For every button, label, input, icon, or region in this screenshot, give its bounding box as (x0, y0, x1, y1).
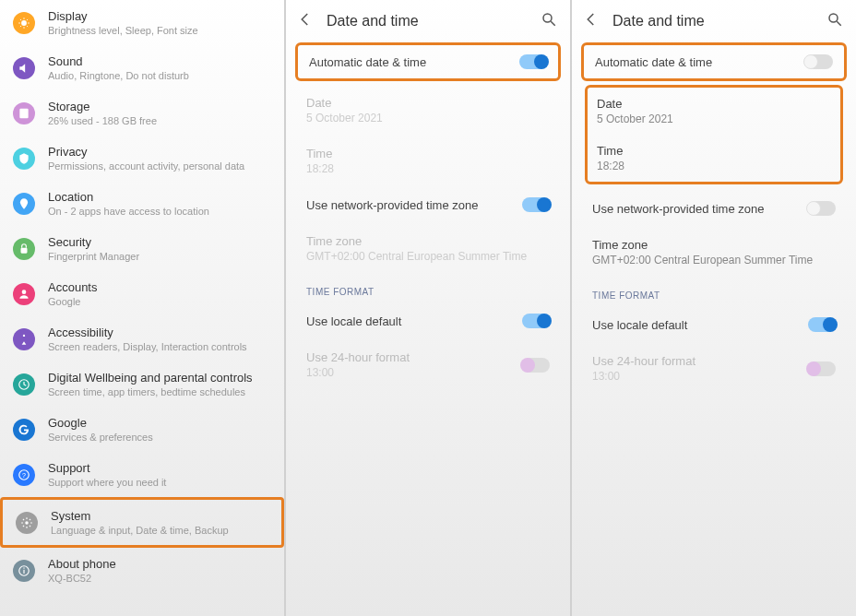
time-label: Time (597, 144, 831, 158)
date-label: Date (597, 97, 831, 111)
use-24h-row: Use 24-hour format 13:00 (572, 343, 856, 394)
settings-item-security[interactable]: SecurityFingerprint Manager (0, 226, 284, 271)
time-row[interactable]: Time 18:28 (588, 135, 840, 182)
network-timezone-toggle[interactable] (522, 197, 550, 212)
timezone-value: GMT+02:00 Central European Summer Time (592, 254, 836, 267)
timezone-row: Time zone GMT+02:00 Central European Sum… (286, 223, 570, 274)
network-timezone-toggle[interactable] (808, 201, 836, 216)
settings-item-subtitle: Brightness level, Sleep, Font size (48, 25, 271, 36)
about-icon (13, 560, 35, 582)
svg-point-13 (829, 14, 838, 22)
settings-item-digital-wellbeing-and-parental-controls[interactable]: Digital Wellbeing and parental controlsS… (0, 361, 284, 407)
settings-item-subtitle: Google (48, 296, 271, 307)
locale-default-toggle[interactable] (808, 317, 836, 332)
settings-list-pane: DisplayBrightness level, Sleep, Font siz… (0, 0, 286, 616)
settings-item-title: Digital Wellbeing and parental controls (48, 371, 271, 385)
use-24h-row: Use 24-hour format 13:00 (286, 339, 570, 390)
settings-item-title: Storage (48, 100, 271, 113)
svg-point-8 (25, 521, 29, 525)
accessibility-icon (13, 328, 35, 350)
privacy-icon (13, 148, 35, 170)
automatic-date-time-toggle[interactable] (805, 54, 833, 69)
use-24h-toggle (808, 361, 836, 376)
settings-item-display[interactable]: DisplayBrightness level, Sleep, Font siz… (0, 0, 284, 45)
settings-item-subtitle: Screen time, app timers, bedtime schedul… (48, 386, 271, 397)
settings-item-location[interactable]: LocationOn - 2 apps have access to locat… (0, 181, 284, 226)
support-icon: ? (13, 464, 35, 486)
time-row: Time 18:28 (286, 136, 570, 186)
time-value: 18:28 (306, 162, 550, 175)
date-row: Date 5 October 2021 (286, 85, 570, 136)
automatic-date-time-label: Automatic date & time (309, 55, 519, 69)
date-time-pane-auto-off: Date and time Automatic date & time Date… (572, 0, 856, 616)
date-time-pane-auto-on: Date and time Automatic date & time Date… (286, 0, 572, 616)
page-title: Date and time (327, 13, 528, 30)
network-timezone-row[interactable]: Use network-provided time zone (572, 190, 856, 227)
settings-item-title: Security (48, 235, 271, 249)
date-value: 5 October 2021 (597, 113, 831, 125)
timezone-value: GMT+02:00 Central European Summer Time (306, 250, 550, 263)
highlight-auto-date-time: Automatic date & time (295, 42, 561, 81)
svg-rect-10 (23, 569, 24, 573)
date-value: 5 October 2021 (306, 112, 550, 124)
settings-item-title: Support (48, 461, 271, 475)
system-icon (16, 512, 38, 534)
back-icon[interactable] (583, 11, 600, 31)
settings-item-storage[interactable]: Storage26% used - 188 GB free (0, 90, 284, 136)
time-format-section: TIME FORMAT (286, 274, 570, 302)
settings-item-about-phone[interactable]: About phoneXQ-BC52 (0, 548, 284, 593)
network-timezone-label: Use network-provided time zone (306, 198, 522, 212)
timezone-label: Time zone (592, 238, 836, 252)
settings-item-subtitle: 26% used - 188 GB free (48, 115, 271, 126)
settings-item-title: Accounts (48, 280, 271, 294)
use-24h-label: Use 24-hour format (306, 350, 522, 364)
svg-point-12 (543, 14, 552, 22)
wellbeing-icon (13, 373, 35, 396)
storage-icon (13, 102, 35, 124)
timezone-row[interactable]: Time zone GMT+02:00 Central European Sum… (572, 227, 856, 278)
locale-default-toggle[interactable] (522, 314, 550, 328)
time-format-section: TIME FORMAT (572, 278, 856, 306)
locale-default-row[interactable]: Use locale default (286, 302, 570, 339)
settings-item-subtitle: Language & input, Date & time, Backup (51, 525, 268, 536)
settings-item-support[interactable]: ?SupportSupport where you need it (0, 452, 284, 497)
settings-item-title: Privacy (48, 145, 271, 159)
use-24h-toggle (522, 358, 550, 373)
back-icon[interactable] (297, 11, 314, 31)
settings-item-title: Location (48, 190, 271, 204)
location-icon (13, 193, 35, 215)
use-24h-label: Use 24-hour format (592, 354, 808, 368)
date-label: Date (306, 96, 550, 110)
search-icon[interactable] (541, 11, 557, 31)
locale-default-label: Use locale default (592, 318, 808, 332)
page-title: Date and time (612, 13, 814, 30)
settings-item-subtitle: Services & preferences (48, 432, 271, 443)
use-24h-value: 13:00 (306, 366, 522, 379)
date-row[interactable]: Date 5 October 2021 (588, 88, 840, 135)
settings-item-sound[interactable]: SoundAudio, Ringtone, Do not disturb (0, 45, 284, 90)
automatic-date-time-row[interactable]: Automatic date & time (584, 45, 844, 78)
automatic-date-time-toggle[interactable] (519, 54, 547, 69)
settings-item-title: Google (48, 416, 271, 430)
settings-item-subtitle: On - 2 apps have access to location (48, 206, 271, 217)
settings-item-subtitle: Audio, Ringtone, Do not disturb (48, 70, 271, 81)
svg-rect-11 (23, 567, 24, 568)
timezone-label: Time zone (306, 234, 550, 248)
svg-point-3 (22, 290, 27, 294)
settings-item-title: About phone (48, 557, 271, 571)
settings-item-title: Sound (48, 54, 271, 68)
search-icon[interactable] (826, 11, 843, 31)
settings-item-system[interactable]: SystemLanguage & input, Date & time, Bac… (0, 497, 284, 548)
svg-rect-1 (19, 108, 28, 118)
network-timezone-label: Use network-provided time zone (592, 202, 808, 216)
sound-icon (13, 57, 35, 79)
settings-item-accessibility[interactable]: AccessibilityScreen readers, Display, In… (0, 316, 284, 361)
automatic-date-time-row[interactable]: Automatic date & time (298, 45, 558, 78)
settings-item-accounts[interactable]: AccountsGoogle (0, 271, 284, 316)
locale-default-row[interactable]: Use locale default (572, 306, 856, 343)
settings-item-privacy[interactable]: PrivacyPermissions, account activity, pe… (0, 136, 284, 181)
settings-item-google[interactable]: GoogleServices & preferences (0, 407, 284, 452)
network-timezone-row[interactable]: Use network-provided time zone (286, 186, 570, 223)
settings-item-subtitle: XQ-BC52 (48, 573, 271, 584)
settings-item-title: System (51, 509, 268, 523)
